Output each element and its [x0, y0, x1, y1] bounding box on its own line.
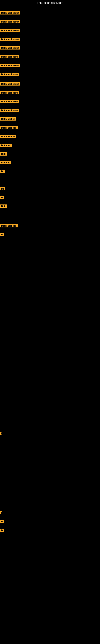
badge-container-12: Bottleneck resu	[0, 109, 19, 113]
bottleneck-badge-19[interactable]: Bo	[0, 170, 5, 173]
bottleneck-badge-5[interactable]: Bottleneck result	[0, 46, 20, 50]
badge-container-3: Bottleneck result	[0, 29, 20, 33]
badge-container-4: Bottleneck result	[0, 38, 20, 42]
bottleneck-badge-17[interactable]: Bott	[0, 152, 7, 156]
badge-container-1: Bottleneck result	[0, 11, 20, 15]
bottleneck-badge-6[interactable]: Bottleneck resu	[0, 55, 19, 58]
badge-container-18: Bottlene	[0, 161, 11, 165]
bottleneck-badge-22[interactable]: Bottl	[0, 204, 7, 208]
bottleneck-badge-15[interactable]: Bottleneck re	[0, 135, 16, 138]
bottleneck-badge-27[interactable]: B	[0, 520, 3, 523]
badge-container-8: Bottleneck resu	[0, 73, 19, 77]
bottleneck-badge-25[interactable]: |	[0, 432, 2, 435]
bottleneck-badge-11[interactable]: Bottleneck resu	[0, 100, 19, 103]
bottleneck-badge-3[interactable]: Bottleneck result	[0, 29, 20, 32]
bottleneck-badge-10[interactable]: Bottleneck resu	[0, 91, 19, 94]
bottleneck-badge-14[interactable]: Bottleneck res	[0, 126, 18, 130]
bottleneck-badge-26[interactable]: |	[0, 511, 2, 514]
site-title-text: TheBottlenecker.com	[37, 1, 63, 4]
badge-container-23: Bottleneck res	[0, 224, 18, 228]
badge-container-15: Bottleneck re	[0, 135, 16, 139]
badge-container-17: Bott	[0, 152, 7, 156]
bottleneck-badge-9[interactable]: Bottleneck result	[0, 82, 20, 86]
bottleneck-badge-16[interactable]: Bottlenec	[0, 144, 12, 147]
bottleneck-badge-20[interactable]: Bo	[0, 187, 5, 190]
badge-container-7: Bottleneck result	[0, 64, 20, 68]
bottleneck-badge-8[interactable]: Bottleneck resu	[0, 73, 19, 76]
bottleneck-badge-1[interactable]: Bottleneck result	[0, 11, 20, 14]
badge-container-21: B	[0, 196, 3, 200]
badge-container-27: B	[0, 520, 3, 524]
badge-container-26: |	[0, 511, 1, 515]
bottleneck-badge-4[interactable]: Bottleneck result	[0, 38, 20, 41]
badge-container-16: Bottlenec	[0, 144, 12, 148]
badge-container-24: B	[0, 233, 4, 237]
bottleneck-badge-2[interactable]: Bottleneck result	[0, 20, 20, 23]
badge-container-22: Bottl	[0, 204, 7, 208]
bottleneck-badge-24[interactable]: B	[0, 233, 4, 236]
badge-container-20: Bo	[0, 187, 5, 191]
bottleneck-badge-23[interactable]: Bottleneck res	[0, 224, 18, 228]
badge-container-2: Bottleneck result	[0, 20, 20, 24]
bottleneck-badge-28[interactable]: B	[0, 529, 3, 532]
bottleneck-badge-18[interactable]: Bottlene	[0, 161, 11, 164]
bottleneck-badge-12[interactable]: Bottleneck resu	[0, 109, 19, 112]
badge-container-28: B	[0, 529, 3, 533]
site-title: TheBottlenecker.com	[0, 0, 100, 6]
badge-container-6: Bottleneck resu	[0, 55, 19, 59]
badge-container-19: Bo	[0, 170, 5, 174]
bottleneck-badge-21[interactable]: B	[0, 196, 3, 199]
badge-container-25: |	[0, 432, 1, 436]
badge-container-11: Bottleneck resu	[0, 100, 19, 104]
bottleneck-badge-7[interactable]: Bottleneck result	[0, 64, 20, 67]
badge-container-13: Bottleneck re	[0, 117, 16, 121]
badge-container-5: Bottleneck result	[0, 46, 20, 50]
badge-container-14: Bottleneck res	[0, 126, 18, 130]
badge-container-10: Bottleneck resu	[0, 91, 19, 95]
bottleneck-badge-13[interactable]: Bottleneck re	[0, 117, 16, 120]
badge-container-9: Bottleneck result	[0, 82, 20, 86]
